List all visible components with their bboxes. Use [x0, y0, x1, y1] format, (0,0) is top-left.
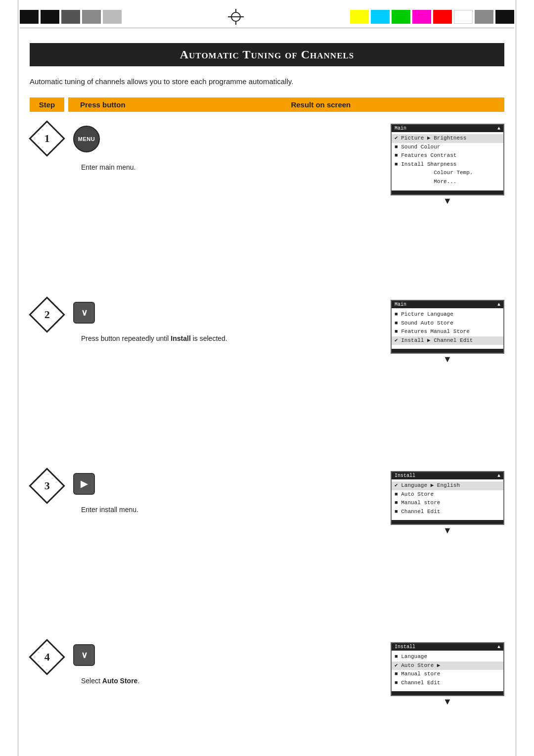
step-diamond-4: 4: [29, 639, 65, 675]
screen-wrapper-4: Install ▲ ■ Language ✔ Auto Store ▶ ■ Ma…: [391, 642, 504, 707]
top-bar-right: [350, 10, 514, 24]
screen-wrapper-3: Install ▲ ✔ Language ▶ English ■ Auto St…: [391, 471, 504, 536]
tv-screen-1: Main ▲ ✔ Picture ▶ Brightness ■ Sound Co…: [391, 124, 504, 195]
down-button-4[interactable]: ∨: [73, 644, 95, 666]
steps-container: 1 MENU Enter main menu. Main ▲ ✔ Picture…: [30, 117, 504, 756]
step-result-1: Main ▲ ✔ Picture ▶ Brightness ■ Sound Co…: [163, 124, 504, 206]
tv-screen-footer-4: [392, 691, 503, 695]
bar-block-2: [41, 10, 59, 24]
tv-screen-header-4: Install ▲: [392, 643, 503, 651]
step-button-col-2: ∨ Press button repeatedly until Install …: [64, 300, 227, 457]
tv-screen-body-2: ■ Picture Language ■ Sound Auto Store ■ …: [392, 308, 503, 347]
press-header: Press button: [68, 97, 137, 112]
step-number-2: 2: [30, 300, 64, 328]
down-arrow-1: ▼: [391, 196, 504, 205]
step-diamond-1: 1: [29, 120, 65, 157]
screen-wrapper-2: Main ▲ ■ Picture Language ■ Sound Auto S…: [391, 300, 504, 365]
step-desc-1: Enter main menu.: [73, 157, 136, 286]
step-row-1: 1 MENU Enter main menu. Main ▲ ✔ Picture…: [30, 117, 504, 293]
tv-screen-body-3: ✔ Language ▶ English ■ Auto Store ■ Manu…: [392, 479, 503, 518]
step-button-col-4: ∨ Select Auto Store.: [64, 642, 163, 756]
bar-block-1: [20, 10, 39, 24]
intro-text: Automatic tuning of channels allows you …: [30, 77, 504, 86]
step-row-3: 3 ▶ Enter install menu. Install ▲ ✔ Lang…: [30, 464, 504, 635]
down-button-2[interactable]: ∨: [73, 302, 95, 324]
step-number-3: 3: [30, 471, 64, 499]
tv-screen-header-1: Main ▲: [392, 125, 503, 132]
page-title: Automatic Tuning of Channels: [40, 48, 494, 61]
top-bar-left: [20, 10, 122, 24]
step-desc-4: Select Auto Store.: [73, 671, 139, 756]
step-row-2: 2 ∨ Press button repeatedly until Instal…: [30, 293, 504, 464]
screen-wrapper-1: Main ▲ ✔ Picture ▶ Brightness ■ Sound Co…: [391, 124, 504, 206]
column-headers: Step Press button Result on screen: [30, 97, 504, 112]
step-desc-2: Press button repeatedly until Install is…: [73, 329, 227, 457]
step-diamond-2: 2: [29, 296, 65, 333]
tv-screen-4: Install ▲ ■ Language ✔ Auto Store ▶ ■ Ma…: [391, 642, 504, 696]
color-bar-magenta: [412, 10, 431, 24]
down-arrow-2: ▼: [391, 355, 504, 364]
step-label-3: 3: [44, 479, 50, 492]
tv-screen-body-1: ✔ Picture ▶ Brightness ■ Sound Colour ■ …: [392, 132, 503, 189]
color-bar-green: [392, 10, 410, 24]
color-bar-white: [454, 10, 473, 24]
color-bar-yellow: [350, 10, 369, 24]
crosshair-center: [122, 9, 350, 25]
step-label-1: 1: [44, 132, 50, 145]
result-header: Result on screen: [137, 97, 504, 112]
step-result-3: Install ▲ ✔ Language ▶ English ■ Auto St…: [163, 471, 504, 536]
step-result-2: Main ▲ ■ Picture Language ■ Sound Auto S…: [227, 300, 504, 365]
tv-screen-footer-3: [392, 520, 503, 524]
tv-screen-footer-2: [392, 349, 503, 353]
tv-screen-2: Main ▲ ■ Picture Language ■ Sound Auto S…: [391, 300, 504, 354]
color-bar-gray: [475, 10, 493, 24]
tv-screen-footer-1: [392, 190, 503, 194]
down-arrow-3: ▼: [391, 526, 504, 535]
tv-screen-body-4: ■ Language ✔ Auto Store ▶ ■ Manual store…: [392, 651, 503, 689]
top-bar: [0, 0, 534, 25]
step-row-4: 4 ∨ Select Auto Store. Install ▲ ■ Langu…: [30, 635, 504, 756]
down-arrow-4: ▼: [391, 697, 504, 706]
step-header: Step: [30, 97, 64, 112]
step-label-2: 2: [44, 308, 50, 321]
tv-screen-header-3: Install ▲: [392, 472, 503, 479]
color-bar-red: [433, 10, 452, 24]
step-number-4: 4: [30, 642, 64, 670]
bar-block-5: [103, 10, 122, 24]
color-bar-cyan: [371, 10, 390, 24]
right-button-3[interactable]: ▶: [73, 473, 95, 495]
step-diamond-3: 3: [29, 468, 65, 504]
color-bar-black: [495, 10, 514, 24]
step-result-4: Install ▲ ■ Language ✔ Auto Store ▶ ■ Ma…: [163, 642, 504, 707]
bar-block-3: [61, 10, 80, 24]
crosshair-circle: [231, 12, 241, 22]
tv-screen-header-2: Main ▲: [392, 301, 503, 308]
step-label-4: 4: [44, 651, 50, 663]
menu-button[interactable]: MENU: [73, 126, 100, 152]
page-title-bar: Automatic Tuning of Channels: [30, 43, 504, 66]
main-content: Automatic Tuning of Channels Automatic t…: [0, 28, 534, 756]
step-desc-3: Enter install menu.: [73, 500, 138, 628]
step-number-1: 1: [30, 124, 64, 151]
step-button-col-1: MENU Enter main menu.: [64, 124, 163, 286]
crosshair-icon: [228, 9, 244, 25]
bar-block-4: [82, 10, 101, 24]
tv-screen-3: Install ▲ ✔ Language ▶ English ■ Auto St…: [391, 471, 504, 525]
step-button-col-3: ▶ Enter install menu.: [64, 471, 163, 628]
